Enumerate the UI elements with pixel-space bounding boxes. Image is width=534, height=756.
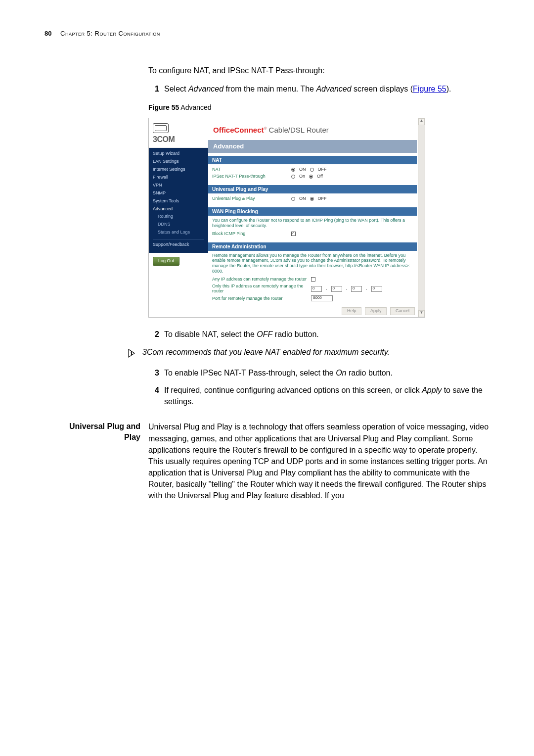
- text: screen displays (: [352, 85, 413, 93]
- step-number: 4: [148, 384, 164, 407]
- button-row: Help Apply Cancel: [208, 304, 417, 317]
- ipsec-off-radio[interactable]: [309, 175, 313, 179]
- any-ip-checkbox[interactable]: [311, 277, 315, 282]
- info-text: 3Com recommends that you leave NAT enabl…: [142, 346, 490, 358]
- sidebar-sub-status[interactable]: Status and Logs: [149, 229, 208, 236]
- nat-on-label: ON: [299, 167, 306, 172]
- info-note: i 3Com recommends that you leave NAT ena…: [127, 346, 490, 362]
- sidebar-item-firewall[interactable]: Firewall: [149, 174, 208, 182]
- logout-button[interactable]: Log Out: [153, 257, 179, 266]
- sidebar-item-vpn[interactable]: VPN: [149, 182, 208, 189]
- cancel-button[interactable]: Cancel: [390, 307, 415, 315]
- figure-caption: Figure 55 Advanced: [148, 102, 490, 112]
- text: If required, continue configuring advanc…: [164, 386, 422, 394]
- upnp-row: Universal Plug & Play ON OFF: [212, 195, 413, 202]
- sidebar-item-setup[interactable]: Setup Wizard: [149, 150, 208, 158]
- upnp-off-radio[interactable]: [310, 197, 314, 201]
- info-icon: i: [127, 346, 142, 362]
- sidebar-item-lan[interactable]: LAN Settings: [149, 158, 208, 166]
- port-input[interactable]: 8000: [311, 295, 333, 301]
- section-upnp: Universal Plug and Play Universal Plug a…: [44, 421, 490, 501]
- text: ).: [446, 85, 451, 93]
- ip-octet-2[interactable]: 0: [331, 286, 342, 292]
- step-1: 1 Select Advanced from the main menu. Th…: [148, 83, 490, 94]
- sidebar-item-support[interactable]: Support/Feedback: [149, 241, 208, 249]
- step-body: If required, continue configuring advanc…: [164, 384, 490, 407]
- ipsec-off-label: Off: [317, 174, 323, 179]
- text: To disable NAT, select the: [164, 330, 257, 338]
- figure-title: Advanced: [179, 103, 211, 111]
- ip-octet-4[interactable]: 0: [371, 286, 382, 292]
- ip-octet-3[interactable]: 0: [351, 286, 362, 292]
- intro-paragraph: To configure NAT, and IPSec NAT-T Pass-t…: [148, 65, 490, 76]
- page-number: 80: [44, 30, 51, 37]
- help-button[interactable]: Help: [342, 307, 362, 315]
- section-body: Universal Plug and Play is a technology …: [148, 421, 490, 501]
- text: radio button.: [272, 330, 318, 338]
- remote-admin-header: Remote Administration: [208, 242, 417, 251]
- nat-off-radio[interactable]: [310, 168, 314, 172]
- sidebar-nav: Setup Wizard LAN Settings Internet Setti…: [149, 148, 208, 253]
- upnp-label: Universal Plug & Play: [212, 196, 291, 201]
- heading-line: Universal Plug and: [44, 421, 140, 432]
- text: radio button.: [346, 369, 392, 377]
- scroll-down-icon[interactable]: ▼: [418, 310, 425, 317]
- step-number: 1: [148, 83, 164, 94]
- text: To enable IPSec NAT-T Pass-through, sele…: [164, 369, 336, 377]
- only-ip-row: Only this IP address can remotely manage…: [212, 283, 413, 295]
- step-number: 3: [148, 367, 164, 378]
- step-2: 2 To disable NAT, select the OFF radio b…: [148, 329, 490, 340]
- only-ip-label: Only this IP address can remotely manage…: [212, 284, 311, 294]
- step-number: 2: [148, 329, 164, 340]
- page-title: Advanced: [208, 140, 417, 153]
- sidebar-sub-ddns[interactable]: DDNS: [149, 221, 208, 229]
- block-icmp-label: Block ICMP Ping: [212, 232, 291, 236]
- scrollbar[interactable]: ▲ ▼: [418, 118, 425, 318]
- upnp-off-label: OFF: [318, 196, 327, 201]
- logo-text: 3COM: [153, 135, 204, 144]
- upnp-on-radio[interactable]: [291, 197, 295, 201]
- text-italic: Advanced: [316, 85, 351, 93]
- sidebar-item-system[interactable]: System Tools: [149, 197, 208, 205]
- sidebar-panel: 3COM Setup Wizard LAN Settings Internet …: [149, 118, 208, 318]
- divider: [153, 239, 204, 240]
- chapter-title: Chapter 5: Router Configuration: [60, 30, 160, 37]
- nat-label: NAT: [212, 167, 291, 172]
- sidebar-item-snmp[interactable]: SNMP: [149, 189, 208, 197]
- logo-area: 3COM: [149, 118, 208, 148]
- text-italic: OFF: [257, 330, 272, 338]
- sidebar-item-advanced[interactable]: Advanced: [149, 205, 208, 213]
- brand-name: OfficeConnect: [213, 126, 264, 134]
- sidebar-sub-routing[interactable]: Routing: [149, 213, 208, 221]
- nat-row: NAT ON OFF: [212, 166, 413, 173]
- upnp-section-header: Universal Plug and Play: [208, 185, 417, 193]
- any-ip-label: Any IP address can remotely manage the r…: [212, 277, 311, 282]
- scroll-up-icon[interactable]: ▲: [418, 118, 425, 125]
- ipsec-row: IPSec NAT-T Pass-through On Off: [212, 173, 413, 180]
- sidebar-item-internet[interactable]: Internet Settings: [149, 166, 208, 174]
- main-panel: OfficeConnect® Cable/DSL Router Advanced…: [208, 118, 425, 318]
- embedded-screenshot: ▲ ▼ 3COM Setup Wizard LAN Settings Inter…: [148, 118, 425, 318]
- nat-off-label: OFF: [318, 167, 327, 172]
- text-italic: On: [336, 369, 346, 377]
- wan-ping-blurb: You can configure the Router not to resp…: [212, 218, 413, 231]
- text: from the main menu. The: [223, 85, 316, 93]
- nat-on-radio[interactable]: [291, 168, 295, 172]
- text-italic: Apply: [422, 386, 442, 394]
- port-label: Port for remotely manage the router: [212, 296, 311, 301]
- heading-line: Play: [44, 432, 140, 443]
- remote-admin-blurb: Remote management allows you to manage t…: [212, 253, 413, 276]
- step-3: 3 To enable IPSec NAT-T Pass-through, se…: [148, 367, 490, 378]
- text: Select: [164, 85, 188, 93]
- ipsec-on-radio[interactable]: [291, 175, 295, 179]
- block-icmp-checkbox[interactable]: [291, 232, 296, 236]
- apply-button[interactable]: Apply: [365, 307, 387, 315]
- port-row: Port for remotely manage the router 8000: [212, 294, 413, 302]
- ip-octet-1[interactable]: 0: [311, 286, 322, 292]
- wan-ping-header: WAN Ping Blocking: [208, 207, 417, 216]
- any-ip-row: Any IP address can remotely manage the r…: [212, 276, 413, 283]
- page-header: 80 Chapter 5: Router Configuration: [44, 30, 490, 37]
- step-body: To disable NAT, select the OFF radio but…: [164, 329, 490, 340]
- figure-link[interactable]: Figure 55: [413, 85, 446, 93]
- text-italic: Advanced: [188, 85, 223, 93]
